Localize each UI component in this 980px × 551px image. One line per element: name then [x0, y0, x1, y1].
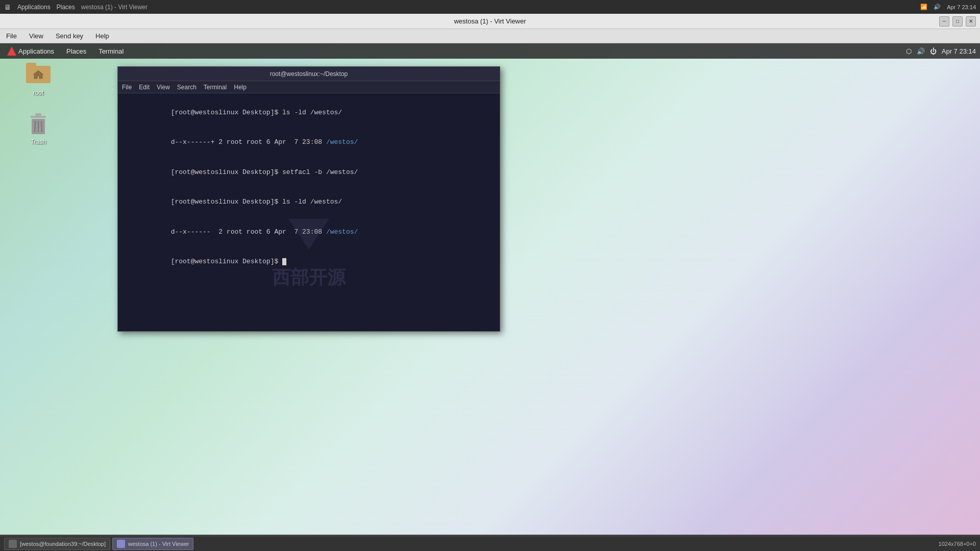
terminal-prompt-6: [root@westoslinux Desktop]$	[171, 258, 282, 265]
terminal-link-2: /westos/	[326, 138, 358, 146]
terminal-cursor	[282, 258, 286, 265]
vv-content: Applications Places Terminal ⬡ 🔊 ⏻ Apr 7…	[0, 43, 980, 551]
host-applications-label[interactable]: Applications	[17, 4, 51, 11]
home-symbol	[32, 69, 44, 80]
terminal-menubar: File Edit View Search Terminal Help	[118, 81, 500, 93]
desktop-icons: root	[20, 63, 56, 145]
host-taskbar-resolution: 1024x768+0+0	[939, 541, 976, 547]
vv-menubar: File View Send key Help	[0, 29, 980, 43]
guest-apps-icon	[7, 46, 16, 56]
terminal-menu-search[interactable]: Search	[177, 84, 197, 91]
svg-line-4	[35, 121, 35, 132]
svg-marker-0	[33, 70, 43, 79]
guest-sound-icon: 🔊	[917, 47, 925, 55]
terminal-prompt-4: [root@westoslinux Desktop]$	[171, 198, 282, 206]
terminal-cmd-4: ls -ld /westos/	[282, 198, 342, 206]
guest-panel: Applications Places Terminal ⬡ 🔊 ⏻ Apr 7…	[0, 43, 980, 59]
host-taskbar-item-terminal[interactable]: [westos@foundation39:~/Desktop]	[4, 538, 110, 550]
terminal-menu-terminal[interactable]: Terminal	[204, 84, 227, 91]
terminal-output-2: d--x------+ 2 root root 6 Apr 7 23:08	[171, 138, 326, 146]
terminal-title: root@westoslinux:~/Desktop	[270, 70, 348, 78]
terminal-line-5: d--x------ 2 root root 6 Apr 7 23:08 /we…	[123, 217, 495, 247]
terminal-line-1: [root@westoslinux Desktop]$ ls -ld /west…	[123, 97, 495, 128]
guest-places-button[interactable]: Places	[63, 46, 89, 56]
host-apps-icon: 🖥	[4, 3, 11, 11]
host-taskbar-terminal-icon	[9, 540, 17, 548]
terminal-line-4: [root@westoslinux Desktop]$ ls -ld /west…	[123, 187, 495, 217]
vv-menu-view[interactable]: View	[27, 31, 45, 41]
guest-datetime: Apr 7 23:14	[942, 47, 976, 55]
host-sound-icon: 🔊	[934, 4, 941, 10]
terminal-link-5: /westos/	[326, 228, 358, 236]
virt-viewer-window: westosa (1) - Virt Viewer ─ □ ✕ File Vie…	[0, 14, 980, 551]
vv-close-button[interactable]: ✕	[966, 16, 976, 27]
guest-applications-label: Applications	[18, 47, 54, 55]
trash-icon	[26, 112, 51, 136]
host-places-label[interactable]: Places	[57, 4, 75, 11]
terminal-prompt-3: [root@westoslinux Desktop]$	[171, 168, 282, 176]
trash-symbol	[29, 113, 48, 135]
desktop-icon-root[interactable]: root	[20, 63, 56, 96]
host-taskbar: [westos@foundation39:~/Desktop] westosa …	[0, 536, 980, 551]
terminal-menu-file[interactable]: File	[122, 84, 132, 91]
host-topbar: 🖥 Applications Places westosa (1) - Virt…	[0, 0, 980, 14]
terminal-line-3: [root@westoslinux Desktop]$ setfacl -b /…	[123, 157, 495, 187]
host-taskbar-terminal-label: [westos@foundation39:~/Desktop]	[20, 541, 106, 547]
host-taskbar-virtviewer-label: westosa (1) - Virt Viewer	[128, 541, 189, 547]
terminal-prompt-1: [root@westoslinux Desktop]$	[171, 109, 282, 116]
svg-rect-2	[35, 113, 41, 116]
terminal-body[interactable]: [root@westoslinux Desktop]$ ls -ld /west…	[118, 93, 500, 331]
terminal-menu-help[interactable]: Help	[234, 84, 247, 91]
host-taskbar-item-virtviewer[interactable]: westosa (1) - Virt Viewer	[112, 538, 193, 550]
terminal-menu-edit[interactable]: Edit	[139, 84, 150, 91]
vv-window-controls: ─ □ ✕	[939, 16, 976, 27]
terminal-cmd-1: ls -ld /westos/	[282, 109, 342, 116]
terminal-line-6: [root@westoslinux Desktop]$	[123, 247, 495, 277]
terminal-menu-view[interactable]: View	[157, 84, 170, 91]
desktop-icon-trash-label: Trash	[31, 138, 46, 145]
terminal-line-2: d--x------+ 2 root root 6 Apr 7 23:08 /w…	[123, 128, 495, 158]
desktop-icon-trash[interactable]: Trash	[20, 112, 56, 145]
terminal-cmd-3: setfacl -b /westos/	[282, 168, 358, 176]
host-datetime: Apr 7 23:14	[947, 4, 976, 10]
guest-power-icon: ⏻	[930, 47, 937, 55]
terminal-output-5: d--x------ 2 root root 6 Apr 7 23:08	[171, 228, 326, 236]
vv-titlebar: westosa (1) - Virt Viewer ─ □ ✕	[0, 14, 980, 29]
desktop-icon-root-label: root	[33, 89, 44, 96]
host-taskbar-virtviewer-icon	[117, 540, 125, 548]
folder-icon	[26, 63, 51, 87]
guest-applications-button[interactable]: Applications	[4, 45, 57, 57]
vv-minimize-button[interactable]: ─	[939, 16, 949, 27]
host-network-icon: 📶	[920, 4, 927, 10]
host-topbar-title: westosa (1) - Virt Viewer	[81, 4, 148, 11]
vv-maximize-button[interactable]: □	[952, 16, 963, 27]
terminal-window[interactable]: root@westoslinux:~/Desktop File Edit Vie…	[117, 66, 500, 332]
svg-line-6	[41, 121, 42, 132]
vv-title: westosa (1) - Virt Viewer	[454, 17, 526, 25]
guest-desktop: Applications Places Terminal ⬡ 🔊 ⏻ Apr 7…	[0, 43, 980, 551]
terminal-titlebar: root@westoslinux:~/Desktop	[118, 67, 500, 81]
guest-network-icon: ⬡	[906, 47, 912, 55]
vv-menu-file[interactable]: File	[4, 31, 19, 41]
vv-menu-sendkey[interactable]: Send key	[54, 31, 85, 41]
host-taskbar-right: 1024x768+0+0	[939, 541, 976, 547]
vv-menu-help[interactable]: Help	[93, 31, 111, 41]
guest-terminal-button[interactable]: Terminal	[95, 46, 127, 56]
